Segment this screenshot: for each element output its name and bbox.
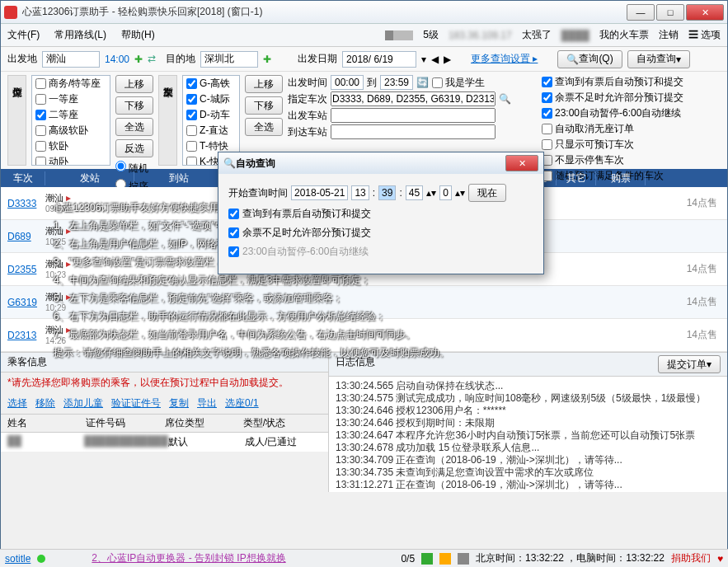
- share-icon[interactable]: [421, 553, 433, 565]
- add-from-icon[interactable]: ✚: [134, 54, 143, 65]
- student-check[interactable]: 我是学生: [432, 76, 485, 90]
- date-next-icon[interactable]: ▶: [444, 54, 451, 65]
- dialog-now-button[interactable]: 现在: [468, 184, 506, 202]
- dialog-mm[interactable]: 39: [378, 185, 396, 200]
- seat-list[interactable]: 商务/特等座 一等座 二等座 高级软卧 软卧 动卧 硬卧 软座 硬座 无座: [31, 75, 110, 166]
- table-row[interactable]: D2313潮汕 ▸14:2614点售: [1, 319, 727, 352]
- seat-item[interactable]: 二等座: [32, 107, 110, 123]
- seat-all-button[interactable]: 全选: [115, 118, 153, 136]
- dialog-delay[interactable]: 0: [439, 185, 452, 200]
- menu-help[interactable]: 帮助(H): [121, 28, 155, 42]
- opt-partial[interactable]: 余票不足时允许部分预订提交: [542, 91, 683, 105]
- dialog-check2[interactable]: 余票不足时允许部分预订提交: [228, 226, 533, 240]
- opt-pause[interactable]: 23:00自动暂停-6:00自动继续: [542, 106, 683, 120]
- opt-cancel-noseat[interactable]: 自动取消无座订单: [542, 122, 683, 136]
- passenger-row[interactable]: ██ ████████████ 默认 成人/已通过: [1, 433, 328, 452]
- passenger-copy[interactable]: 复制: [169, 396, 189, 410]
- progress: 0/5: [401, 553, 415, 565]
- passenger-selcnt[interactable]: 选座0/1: [225, 396, 259, 410]
- dialog-check1[interactable]: 查询到有票后自动预订和提交: [228, 207, 533, 221]
- dep-time-from[interactable]: [331, 75, 364, 90]
- opt-only-bookable[interactable]: 只显示可预订车次: [542, 138, 683, 152]
- menu-route[interactable]: 常用路线(L): [54, 28, 106, 42]
- log-title: 日志信息: [336, 355, 375, 373]
- seat-down-button[interactable]: 下移: [115, 96, 153, 115]
- spec-train-label: 指定车次: [288, 92, 327, 106]
- maximize-button[interactable]: □: [656, 4, 684, 21]
- date-prev-icon[interactable]: ◀: [431, 54, 439, 65]
- passenger-verify[interactable]: 验证证件号: [111, 396, 161, 410]
- opt-auto-submit[interactable]: 查询到有票后自动预订和提交: [542, 75, 683, 89]
- date-input[interactable]: [342, 51, 416, 68]
- seat-item[interactable]: 商务/特等座: [32, 76, 110, 91]
- minimize-button[interactable]: —: [627, 4, 655, 21]
- dialog-date[interactable]: 2018-05-21: [291, 185, 348, 200]
- from-label: 出发地: [7, 52, 37, 66]
- net-status: 太强了: [522, 28, 552, 42]
- log-body[interactable]: 13:30:24.565 启动自动保持在线状态...13:30:24.575 测…: [329, 377, 727, 492]
- refresh-icon[interactable]: 🔄: [416, 77, 429, 88]
- passenger-export[interactable]: 导出: [197, 396, 217, 410]
- train-item[interactable]: D-动车: [183, 107, 239, 123]
- passenger-child[interactable]: 添加儿童: [63, 396, 103, 410]
- heart-icon[interactable]: ♥: [717, 553, 723, 565]
- signal-icon: [385, 30, 413, 40]
- train-down-button[interactable]: 下移: [245, 96, 283, 115]
- seat-item[interactable]: 一等座: [32, 91, 110, 107]
- seat-up-button[interactable]: 上移: [115, 75, 153, 93]
- dialog-title: 自动查询: [236, 157, 504, 171]
- dialog-check3[interactable]: 23:00自动暂停-6:00自动继续: [228, 245, 533, 259]
- train-up-button[interactable]: 上移: [245, 75, 283, 93]
- add-to-icon[interactable]: ✚: [263, 54, 271, 65]
- passenger-select[interactable]: 选择: [7, 396, 27, 410]
- arr-station-input[interactable]: [331, 124, 496, 139]
- passenger-panel: 乘客信息 *请先选择您即将购票的乘客，以便在预订过程中自动加载提交。 选择 移除…: [1, 353, 329, 492]
- seat-item[interactable]: 软卧: [32, 138, 110, 154]
- train-item[interactable]: G-高铁: [183, 76, 239, 91]
- passenger-remove[interactable]: 移除: [35, 396, 55, 410]
- seat-inv-button[interactable]: 反选: [115, 139, 153, 157]
- to-input[interactable]: [200, 51, 258, 68]
- menu-mytickets[interactable]: 我的火车票: [599, 28, 649, 42]
- table-row[interactable]: G6319潮汕 ▸10:2914点售: [1, 286, 727, 319]
- ip-address: 183.36.109.17: [449, 30, 512, 41]
- menu-logout[interactable]: 注销: [659, 28, 679, 42]
- from-time: 14:00: [105, 54, 129, 65]
- dialog-ss[interactable]: 45: [406, 185, 423, 200]
- titlebar: 心蓝12306订票助手 - 轻松购票快乐回家[2018] (窗口-1) — □ …: [1, 1, 727, 24]
- time-info[interactable]: 北京时间：13:32:22 ，电脑时间：13:32:22: [476, 551, 665, 565]
- dialog-close-button[interactable]: ✕: [505, 155, 538, 171]
- menu-file[interactable]: 文件(F): [7, 28, 40, 42]
- date-label: 出发日期: [298, 52, 337, 66]
- ad-link[interactable]: 2、心蓝IP自动更换器 - 告别封锁 IP想换就换: [92, 551, 285, 565]
- dialog-start-label: 开始查询时间: [228, 186, 288, 200]
- dep-station-label: 出发车站: [288, 109, 327, 123]
- submit-order-button[interactable]: 提交订单 ▾: [658, 355, 721, 373]
- statusbar: sotitle 2、心蓝IP自动更换器 - 告别封锁 IP想换就换 0/5 北京…: [0, 549, 728, 567]
- more-settings-link[interactable]: 更多查询设置 ▸: [471, 52, 538, 66]
- query-button[interactable]: 🔍 查询(Q): [557, 50, 622, 68]
- seat-item[interactable]: 动卧: [32, 154, 110, 166]
- search-icon[interactable]: 🔍: [499, 93, 511, 105]
- auto-query-button[interactable]: 自动查询 ▾: [627, 50, 690, 68]
- refresh-icon-status[interactable]: [439, 553, 451, 565]
- seat-item[interactable]: 高级软卧: [32, 123, 110, 138]
- dep-station-input[interactable]: [331, 108, 496, 123]
- menu-options[interactable]: ☰ 选项: [688, 28, 721, 42]
- swap-icon[interactable]: ⇄: [148, 53, 161, 66]
- close-button[interactable]: ✕: [686, 4, 724, 21]
- date-dropdown-icon[interactable]: ▾: [421, 54, 426, 65]
- train-item[interactable]: Z-直达: [183, 123, 239, 138]
- train-all-button[interactable]: 全选: [245, 118, 283, 136]
- sotitle-link[interactable]: sotitle: [5, 553, 31, 565]
- from-input[interactable]: [42, 51, 100, 68]
- dep-time-label: 出发时间: [288, 76, 327, 90]
- train-item[interactable]: C-城际: [183, 91, 239, 107]
- log-panel: 日志信息 提交订单 ▾ 13:30:24.565 启动自动保持在线状态...13…: [329, 353, 727, 492]
- dep-time-to[interactable]: [380, 75, 413, 90]
- dialog-hh[interactable]: 13: [351, 185, 369, 200]
- donate-link[interactable]: 捐助我们: [671, 551, 711, 565]
- link-icon[interactable]: [458, 553, 469, 565]
- spec-train-input[interactable]: [331, 91, 496, 106]
- opt-hide-stopped[interactable]: 不显示停售车次: [542, 153, 683, 167]
